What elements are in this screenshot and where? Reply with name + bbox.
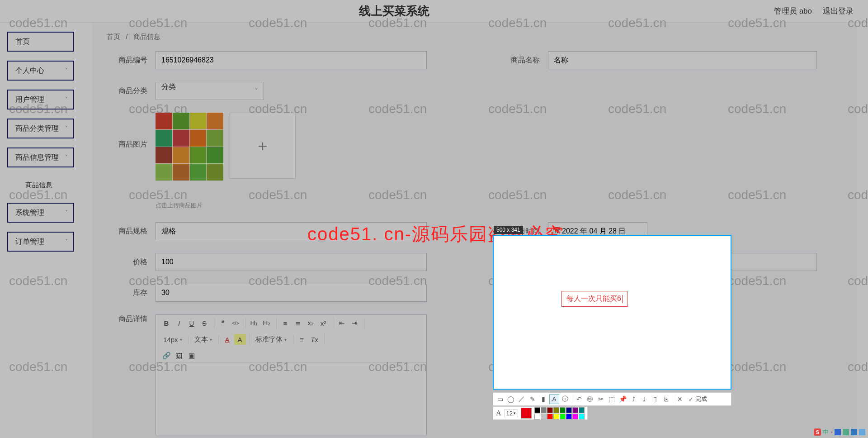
tool-phone-icon[interactable]: ▯ (650, 394, 660, 404)
editor-body[interactable] (156, 362, 426, 435)
sidebar-item-home[interactable]: 首页 (7, 32, 74, 52)
palette-swatch[interactable] (534, 407, 540, 413)
stock-input[interactable] (156, 284, 427, 302)
palette-swatch[interactable] (547, 407, 553, 413)
tool-ocr-icon[interactable]: ㊕ (585, 394, 595, 404)
editor-italic-icon[interactable]: I (173, 318, 185, 328)
editor-bold-icon[interactable]: B (160, 318, 172, 328)
editor-h1-icon[interactable]: H₁ (248, 318, 260, 328)
editor-clear-icon[interactable]: Tx (309, 334, 321, 345)
editor-sub-icon[interactable]: x₂ (305, 318, 316, 328)
rich-editor[interactable]: B I U S ❝ </> H₁ (156, 314, 427, 435)
palette-swatch[interactable] (579, 414, 585, 419)
palette-color-grid[interactable] (534, 407, 585, 419)
palette-swatch[interactable] (560, 414, 566, 419)
image-add-button[interactable]: ＋ (230, 113, 296, 179)
selection-size-label: 500 x 341 (494, 226, 523, 234)
ime-indicator[interactable]: S 中 • (814, 428, 865, 436)
admin-label[interactable]: 管理员 abo (774, 6, 812, 16)
product-code-label: 商品编号 (107, 56, 147, 65)
tool-copy-icon[interactable]: ⎘ (661, 394, 671, 404)
editor-h2-icon[interactable]: H₂ (261, 318, 273, 328)
tool-info-icon[interactable]: ⓘ (560, 394, 570, 404)
palette-swatch[interactable] (560, 407, 566, 413)
tool-text-icon[interactable]: A (549, 394, 559, 404)
ime-settings-icon[interactable] (859, 429, 865, 435)
screenshot-selection[interactable]: 500 x 341 每人一次只能买6 (493, 235, 731, 390)
tool-download-icon[interactable]: ⤓ (639, 394, 649, 404)
screenshot-toolbar: ▭ ◯ ／ ✎ ▮ A ⓘ ↶ ㊕ ✂ ⬚ 📌 ⤴ ⤓ ▯ ⎘ ✕ ✓ 完成 (493, 392, 731, 406)
tool-done-button[interactable]: ✓ 完成 (686, 395, 710, 403)
tool-pencil-icon[interactable]: ✎ (528, 394, 538, 404)
editor-strike-icon[interactable]: S (198, 318, 210, 328)
editor-ol-icon[interactable]: ≡ (279, 318, 291, 328)
screenshot-palette: A 12 ▾ (493, 406, 588, 420)
editor-color-icon[interactable]: A (222, 334, 233, 345)
tool-rect-icon[interactable]: ▭ (495, 394, 505, 404)
palette-swatch[interactable] (572, 407, 578, 413)
breadcrumb-home[interactable]: 首页 (107, 33, 120, 40)
editor-video-icon[interactable]: ▣ (186, 350, 198, 361)
palette-swatch[interactable] (579, 407, 585, 413)
palette-swatch[interactable] (541, 414, 547, 419)
logout-link[interactable]: 退出登录 (823, 6, 854, 16)
editor-lang-select[interactable]: 文本▾ (192, 335, 215, 344)
sidebar-item-product-mgmt[interactable]: 商品信息管理 (7, 148, 74, 167)
palette-swatch[interactable] (553, 407, 559, 413)
image-hint: 点击上传商品图片 (156, 201, 296, 209)
app-title: 线上买菜系统 (14, 3, 774, 19)
editor-outdent-icon[interactable]: ⇤ (336, 318, 348, 328)
palette-current-color[interactable] (521, 408, 532, 419)
tool-share-icon[interactable]: ⤴ (628, 394, 638, 404)
tool-translate-icon[interactable]: ✂ (596, 394, 606, 404)
tool-line-icon[interactable]: ／ (517, 394, 527, 404)
category-select[interactable]: 分类 (156, 82, 264, 100)
editor-image-icon[interactable]: 🖼 (173, 350, 185, 361)
editor-link-icon[interactable]: 🔗 (160, 350, 172, 361)
editor-fontsize-select[interactable]: 14px▾ (160, 336, 185, 343)
price-label: 价格 (107, 257, 147, 267)
palette-swatch[interactable] (553, 414, 559, 419)
sidebar-item-users[interactable]: 用户管理 (7, 90, 74, 110)
product-name-input[interactable] (548, 51, 817, 69)
editor-underline-icon[interactable]: U (186, 318, 198, 328)
breadcrumb: 首页 / 商品信息 (92, 23, 857, 51)
editor-ul-icon[interactable]: ≣ (292, 318, 304, 328)
breadcrumb-current: 商品信息 (133, 33, 160, 40)
breadcrumb-sep: / (126, 33, 127, 40)
editor-code-icon[interactable]: </> (230, 318, 241, 328)
palette-swatch[interactable] (541, 407, 547, 413)
editor-quote-icon[interactable]: ❝ (217, 318, 229, 328)
palette-swatch[interactable] (534, 414, 540, 419)
palette-swatch[interactable] (566, 407, 572, 413)
sidebar-item-product-info[interactable]: 商品信息 (7, 176, 74, 194)
tool-ellipse-icon[interactable]: ◯ (506, 394, 516, 404)
sidebar-item-system[interactable]: 系统管理 (7, 203, 74, 223)
sidebar-item-profile[interactable]: 个人中心 (7, 61, 74, 81)
editor-bgcolor-icon[interactable]: A (234, 334, 246, 345)
price-input[interactable] (156, 253, 427, 271)
sidebar-item-orders[interactable]: 订单管理 (7, 232, 74, 252)
ime-face-icon[interactable] (843, 429, 849, 435)
ime-keyboard-icon[interactable] (835, 429, 841, 435)
editor-align-icon[interactable]: ≡ (296, 334, 308, 345)
tool-undo-icon[interactable]: ↶ (574, 394, 584, 404)
palette-swatch[interactable] (547, 414, 553, 419)
tool-counter-icon[interactable]: ⬚ (607, 394, 617, 404)
palette-font-icon: A (496, 409, 501, 417)
annotation-text-box[interactable]: 每人一次只能买6 (561, 291, 627, 307)
ime-tool-icon[interactable] (851, 429, 857, 435)
palette-fontsize-select[interactable]: 12 ▾ (504, 409, 518, 417)
tool-close-icon[interactable]: ✕ (675, 394, 685, 404)
tool-marker-icon[interactable]: ▮ (538, 394, 548, 404)
editor-font-select[interactable]: 标准字体▾ (253, 335, 289, 344)
editor-sup-icon[interactable]: x² (317, 318, 329, 328)
palette-swatch[interactable] (566, 414, 572, 419)
palette-swatch[interactable] (572, 414, 578, 419)
sidebar-item-category[interactable]: 商品分类管理 (7, 119, 74, 138)
stock-label: 库存 (107, 288, 147, 298)
editor-indent-icon[interactable]: ⇥ (349, 318, 360, 328)
product-code-input[interactable] (156, 51, 427, 69)
product-image-thumb[interactable] (156, 113, 223, 181)
tool-pin-icon[interactable]: 📌 (618, 394, 627, 404)
